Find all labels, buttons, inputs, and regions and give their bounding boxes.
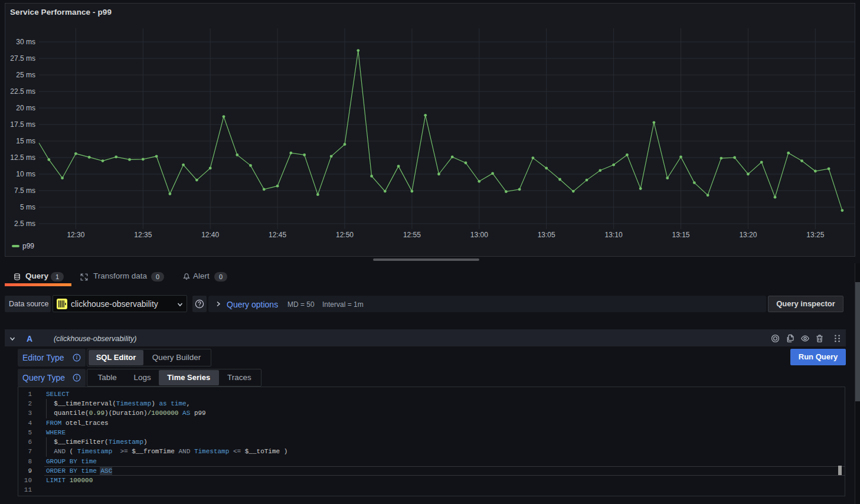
svg-text:7.5 ms: 7.5 ms (14, 186, 35, 195)
svg-text:10 ms: 10 ms (16, 170, 35, 178)
svg-text:17.5 ms: 17.5 ms (10, 120, 35, 129)
svg-text:2.5 ms: 2.5 ms (14, 220, 35, 228)
svg-text:13:25: 13:25 (806, 231, 824, 239)
svg-text:12:55: 12:55 (403, 231, 421, 239)
svg-text:13:00: 13:00 (470, 231, 488, 239)
svg-text:27.5 ms: 27.5 ms (10, 54, 35, 63)
svg-text:12:50: 12:50 (336, 231, 354, 239)
svg-text:13:15: 13:15 (672, 231, 689, 239)
svg-text:22.5 ms: 22.5 ms (10, 87, 35, 96)
svg-text:12.5 ms: 12.5 ms (10, 153, 35, 162)
svg-text:12:45: 12:45 (269, 231, 286, 239)
svg-text:12:30: 12:30 (67, 231, 84, 239)
svg-text:15 ms: 15 ms (16, 137, 35, 145)
svg-text:13:05: 13:05 (538, 231, 555, 239)
svg-text:20 ms: 20 ms (16, 104, 35, 112)
svg-text:5 ms: 5 ms (20, 203, 35, 211)
svg-text:12:40: 12:40 (201, 231, 219, 239)
svg-text:13:20: 13:20 (739, 231, 757, 239)
svg-text:13:10: 13:10 (605, 231, 623, 239)
svg-text:25 ms: 25 ms (16, 71, 35, 79)
svg-text:12:35: 12:35 (134, 231, 152, 239)
svg-text:30 ms: 30 ms (16, 38, 35, 46)
